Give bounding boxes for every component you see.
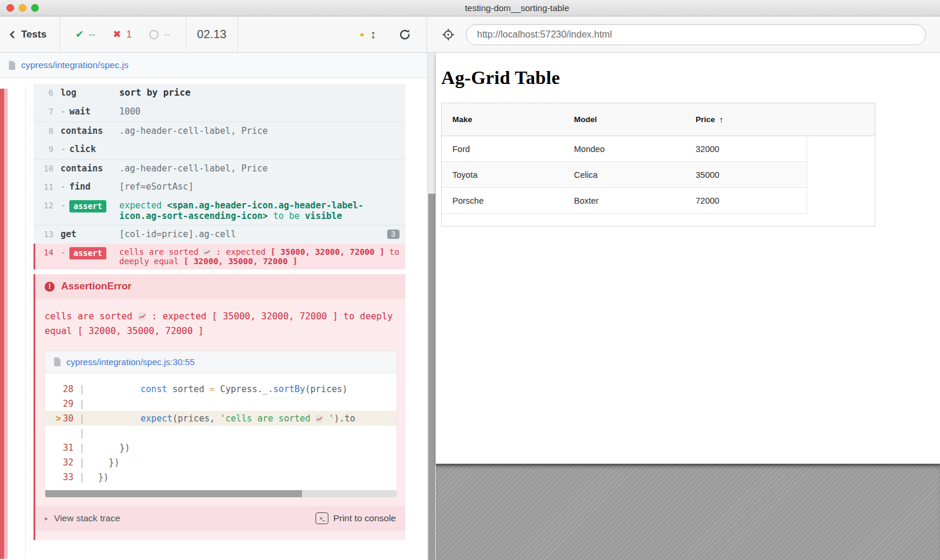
child-dash: - [61, 106, 66, 117]
page-title: Ag-Grid Table [441, 67, 940, 89]
command-row-wait[interactable]: 7 -wait 1000 [33, 103, 405, 122]
failed-test-body: 6 log sort by price 7 -wait 1000 8 conta… [0, 84, 427, 560]
failed-test-stripe-light [4, 89, 8, 559]
command-method: contains [61, 163, 119, 174]
error-header[interactable]: ! AssertionError [35, 274, 405, 299]
stat-failed[interactable]: ✖ 1 [113, 28, 132, 41]
test-stats: ✔ -- ✖ 1 -- [60, 16, 186, 52]
stat-passed[interactable]: ✔ -- [75, 28, 95, 41]
command-number: 11 [33, 181, 53, 193]
column-header-price[interactable]: Price↑ [685, 114, 807, 124]
code-line-30-marked: > 30 | expect(prices, 'cells are sorted … [45, 411, 397, 426]
command-method: get [61, 229, 119, 240]
ag-grid-table: Make Model Price↑ Ford Mondeo 32000 Toyo… [441, 103, 875, 227]
command-row-assert-fail[interactable]: 14 -assert cells are sorted : expected [… [33, 244, 405, 269]
code-line-29: 29 | [45, 396, 397, 411]
code-line-number: 32 [45, 457, 79, 468]
command-message: expected <span.ag-header-icon.ag-header-… [119, 200, 405, 221]
up-down-arrow-icon: ↕ [370, 28, 376, 41]
child-dash: - [61, 181, 66, 192]
command-message: cells are sorted : expected [ 35000, 320… [119, 247, 405, 266]
cell-make: Porsche [442, 196, 563, 205]
terminal-icon: >_ [315, 512, 328, 524]
command-method: -find [61, 181, 119, 193]
column-header-model[interactable]: Model [563, 115, 685, 124]
refresh-icon [398, 28, 411, 41]
url-bar[interactable]: http://localhost:57230/index.html [466, 24, 926, 45]
reporter-vertical-scrollbar[interactable] [427, 53, 436, 560]
view-stack-trace-button[interactable]: ▸ View stack trace [45, 513, 120, 524]
command-method: log [61, 87, 119, 99]
command-message [119, 144, 405, 156]
assert-badge: assert [69, 200, 106, 212]
pipe-separator: | [79, 413, 88, 424]
selector-playground-button[interactable] [441, 28, 455, 42]
assert-badge: assert [69, 247, 106, 259]
os-titlebar: testing-dom__sorting-table [0, 0, 940, 16]
auto-scroll-indicator[interactable]: ● ↕ [360, 28, 376, 41]
command-message: [ref=eSortAsc] [119, 181, 405, 193]
error-line-marker: > [56, 413, 61, 424]
stat-pending[interactable]: -- [149, 29, 170, 40]
code-horizontal-scrollbar[interactable] [45, 490, 397, 497]
code-line-31: 31 | }) [45, 440, 397, 455]
child-dash: - [61, 200, 66, 211]
command-message: sort by price [119, 87, 405, 99]
error-title: AssertionError [61, 281, 132, 292]
chart-increasing-icon [315, 415, 323, 423]
command-method: -wait [61, 106, 119, 118]
chart-increasing-icon [203, 248, 211, 256]
pipe-separator: | [79, 399, 88, 409]
command-number: 12 [33, 200, 53, 221]
code-snippet: 28 | const sorted = Cypress._.sortBy(pri… [45, 373, 397, 497]
aut-panel: Ag-Grid Table Make Model Price↑ Ford Mon… [436, 53, 940, 560]
command-row-log[interactable]: 6 log sort by price [33, 84, 405, 103]
command-row-get[interactable]: 13 get [col-id=price].ag-cell 3 [33, 225, 405, 244]
spec-file-link[interactable]: cypress/integration/spec.js [21, 60, 129, 70]
command-row-contains-2[interactable]: 10 contains .ag-header-cell-label, Price [33, 159, 405, 178]
print-to-console-label: Print to console [333, 513, 396, 524]
table-row[interactable]: Toyota Celica 35000 [442, 162, 807, 188]
command-number: 8 [33, 126, 53, 137]
command-method: contains [61, 126, 119, 137]
table-row[interactable]: Ford Mondeo 32000 [442, 136, 807, 162]
scrollbar-thumb[interactable] [45, 490, 302, 497]
command-row-assert-pass[interactable]: 12 -assert expected <span.ag-header-icon… [33, 197, 405, 225]
toolbar-controls: ● ↕ [238, 16, 427, 52]
file-icon [8, 61, 16, 70]
table-row[interactable]: Porsche Boxter 72000 [442, 188, 807, 214]
error-file-link[interactable]: cypress/integration/spec.js:30:55 [66, 357, 194, 367]
code-line-number: 31 [45, 443, 79, 453]
command-message: [col-id=price].ag-cell [119, 229, 405, 240]
command-method: -click [61, 144, 119, 156]
column-header-make[interactable]: Make [442, 115, 563, 124]
cell-price: 32000 [685, 144, 807, 154]
aut-header: http://localhost:57230/index.html [427, 16, 940, 52]
error-message: cells are sorted : expected [ 35000, 320… [35, 299, 405, 340]
command-log: 6 log sort by price 7 -wait 1000 8 conta… [33, 84, 405, 269]
cell-model: Boxter [563, 196, 685, 205]
restart-tests-button[interactable] [398, 28, 411, 41]
sort-ascending-icon: ↑ [719, 114, 724, 124]
error-footer: ▸ View stack trace >_ Print to console [35, 506, 405, 531]
command-row-click[interactable]: 9 -click [33, 140, 405, 159]
reporter-header: Tests ✔ -- ✖ 1 -- 02.13 ● [0, 16, 427, 52]
viewport-hatched-area [436, 464, 940, 560]
crosshair-icon [441, 28, 455, 42]
code-line-33: 33 | }) [45, 470, 397, 484]
error-icon: ! [45, 282, 55, 292]
scrollbar-thumb[interactable] [428, 194, 435, 560]
command-method: -assert [61, 247, 119, 266]
element-count-badge: 3 [387, 230, 400, 239]
print-to-console-button[interactable]: >_ Print to console [315, 512, 396, 524]
command-message: .ag-header-cell-label, Price [119, 126, 405, 137]
command-row-find[interactable]: 11 -find [ref=eSortAsc] [33, 178, 405, 197]
command-number: 6 [33, 87, 53, 99]
back-to-tests-button[interactable]: Tests [0, 16, 60, 52]
command-number: 14 [35, 247, 53, 266]
grid-header-row: Make Model Price↑ [442, 103, 875, 136]
passed-count: -- [89, 29, 95, 40]
cell-make: Ford [442, 144, 563, 154]
command-row-contains[interactable]: 8 contains .ag-header-cell-label, Price [33, 122, 405, 140]
failed-test-stripe [0, 89, 4, 559]
